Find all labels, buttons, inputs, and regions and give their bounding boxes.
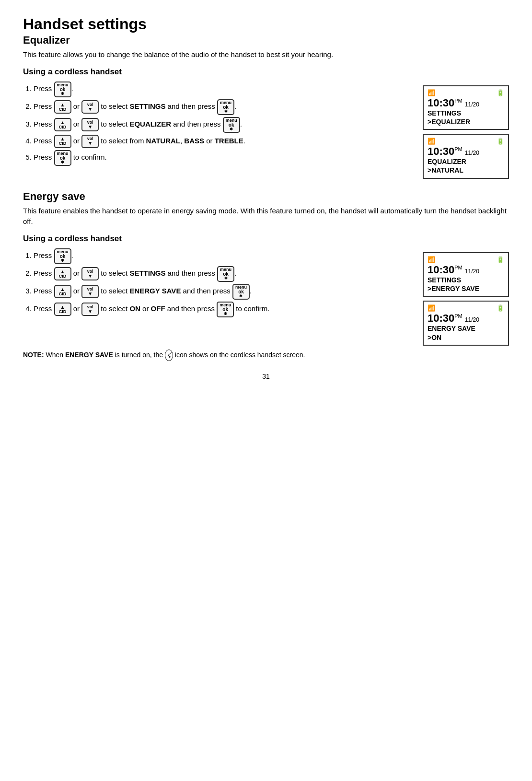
cid-button-eq3: ▲ CID [54, 118, 71, 131]
energy-save-screen-1: 📶 🔋 10:30PM 11/20 SETTINGS >ENERGY SAVE [423, 252, 509, 297]
screen-menu2-eq1: >EQUALIZER [428, 117, 504, 126]
equalizer-subsection: Using a cordless handset [23, 67, 509, 77]
cid-button-eq2: ▲ CID [54, 100, 71, 114]
screen-pm-eq1: PM [454, 97, 463, 103]
signal-icon-es2: 📶 [428, 304, 435, 312]
screen-date-eq1: 11/20 [465, 101, 479, 108]
note-energy-save-bold: ENERGY SAVE [65, 351, 113, 359]
energy-save-screens-col: 📶 🔋 10:30PM 11/20 SETTINGS >ENERGY SAVE … [423, 252, 509, 346]
menu-ok-button-es3: menu ok ✱ [232, 284, 250, 300]
page-title: Handset settings [23, 15, 509, 33]
energy-save-note: NOTE: When ENERGY SAVE is turned on, the… [23, 350, 509, 361]
screen-date-es1: 11/20 [465, 268, 479, 275]
equalizer-section: Equalizer This feature allows you to cha… [23, 34, 509, 179]
page-number: 31 [23, 373, 509, 380]
note-label: NOTE: [23, 351, 44, 359]
equalizer-screen-2: 📶 🔋 10:30PM 11/20 EQUALIZER >NATURAL [423, 134, 509, 179]
screen-date-eq2: 11/20 [465, 150, 479, 156]
menu-ok-button-eq3: menu ok ✱ [223, 117, 240, 133]
screen-pm-es2: PM [454, 313, 463, 319]
menu-ok-button-eq2: menu ok ✱ [217, 99, 234, 115]
battery-icon-es1: 🔋 [497, 256, 504, 263]
screen-menu1-es2: ENERGY SAVE [428, 324, 504, 333]
energy-save-step-4: Press ▲ CID or vol ▼ to select ON or OFF… [34, 302, 413, 317]
energy-save-step-3: Press ▲ CID or vol ▼ to select ENERGY SA… [34, 284, 413, 300]
screen-menu1-es1: SETTINGS [428, 276, 504, 284]
menu-ok-button-es1: menu ok ✱ [54, 248, 71, 264]
menu-ok-button-es2: menu ok ✱ [217, 266, 234, 282]
menu-ok-button-eq1: menu ok ✱ [54, 82, 71, 97]
vol-button-eq2: vol ▼ [81, 100, 99, 114]
equalizer-step-5: Press menu ok ✱ to confirm. [34, 150, 413, 166]
vol-button-eq4: vol ▼ [81, 135, 99, 148]
screen-date-es2: 11/20 [465, 316, 479, 323]
vol-button-eq3: vol ▼ [81, 118, 99, 131]
equalizer-step-4: Press ▲ CID or vol ▼ to select from NATU… [34, 135, 413, 148]
screen-time-eq2: 10:30PM [428, 146, 463, 157]
energy-save-steps-list: Press menu ok ✱ . Press ▲ CID or [34, 248, 413, 317]
energy-save-steps-with-screen: Press menu ok ✱ . Press ▲ CID or [23, 248, 509, 346]
energy-save-steps-col: Press menu ok ✱ . Press ▲ CID or [23, 248, 413, 322]
screen-time-eq1: 10:30PM [428, 97, 463, 109]
energy-save-subsection: Using a cordless handset [23, 234, 509, 244]
screen-pm-eq2: PM [454, 146, 463, 152]
equalizer-steps-list: Press menu ok ✱ . Press ▲ CID or [34, 82, 413, 166]
menu-ok-button-es4: menu ok ✱ [217, 302, 234, 317]
screen-time-es1: 10:30PM [428, 264, 463, 276]
energy-save-icon: ☇ [165, 350, 173, 361]
battery-icon-eq1: 🔋 [497, 89, 504, 96]
screen-menu2-es2: >ON [428, 333, 504, 342]
equalizer-screens-col: 📶 🔋 10:30PM 11/20 SETTINGS >EQUALIZER 📶 … [423, 85, 509, 179]
energy-save-intro: This feature enables the handset to oper… [23, 206, 509, 227]
signal-icon-eq2: 📶 [428, 138, 435, 145]
energy-save-heading: Energy save [23, 190, 509, 203]
energy-save-step-1: Press menu ok ✱ . [34, 248, 413, 264]
screen-menu1-eq2: EQUALIZER [428, 157, 504, 166]
cid-button-es4: ▲ CID [54, 303, 71, 316]
screen-pm-es1: PM [454, 264, 463, 270]
equalizer-step-3: Press ▲ CID or vol ▼ to select EQUALIZER… [34, 117, 413, 133]
battery-icon-es2: 🔋 [497, 304, 504, 312]
vol-button-es2: vol ▼ [81, 267, 99, 280]
menu-ok-button-eq5: menu ok ✱ [54, 150, 71, 166]
screen-menu2-es1: >ENERGY SAVE [428, 284, 504, 293]
signal-icon-es1: 📶 [428, 256, 435, 263]
screen-menu2-eq2: >NATURAL [428, 166, 504, 175]
screen-time-es2: 10:30PM [428, 313, 463, 324]
equalizer-screen-1: 📶 🔋 10:30PM 11/20 SETTINGS >EQUALIZER [423, 85, 509, 130]
cid-button-es3: ▲ CID [54, 285, 71, 298]
energy-save-section: Energy save This feature enables the han… [23, 190, 509, 361]
signal-icon-eq1: 📶 [428, 89, 435, 96]
energy-save-step-2: Press ▲ CID or vol ▼ to select SETTINGS … [34, 266, 413, 282]
equalizer-steps-col: Press menu ok ✱ . Press ▲ CID or [23, 82, 413, 171]
cid-button-eq4: ▲ CID [54, 135, 71, 148]
equalizer-heading: Equalizer [23, 34, 509, 47]
battery-icon-eq2: 🔋 [497, 138, 504, 145]
vol-button-es4: vol ▼ [81, 303, 99, 316]
equalizer-steps-with-screen: Press menu ok ✱ . Press ▲ CID or [23, 82, 509, 179]
equalizer-intro: This feature allows you to change the ba… [23, 49, 509, 60]
equalizer-step-1: Press menu ok ✱ . [34, 82, 413, 97]
vol-button-es3: vol ▼ [81, 285, 99, 298]
equalizer-step-2: Press ▲ CID or vol ▼ to select SETTINGS … [34, 99, 413, 115]
screen-menu1-eq1: SETTINGS [428, 109, 504, 117]
cid-button-es2: ▲ CID [54, 267, 71, 280]
energy-save-screen-2: 📶 🔋 10:30PM 11/20 ENERGY SAVE >ON [423, 301, 509, 346]
